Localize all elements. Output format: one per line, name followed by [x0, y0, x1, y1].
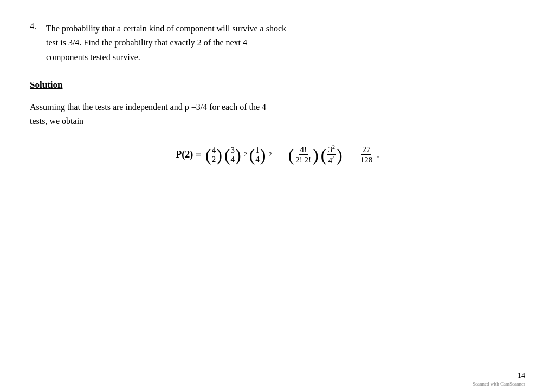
problem-line2: test is 3/4. Find the probability that e…	[46, 38, 247, 47]
math-lhs: P(2) =	[176, 149, 201, 160]
math-block: P(2) = ( 4 2 ) ( 3 4 ) 2	[30, 144, 525, 165]
solution-line2: tests, we obtain	[30, 116, 83, 126]
binom3-wrap: ( 1 4 )	[249, 146, 266, 164]
frac1-wrap: ( 4! 2! 2! )	[288, 145, 319, 165]
problem-number: 4.	[30, 22, 46, 31]
exp1: 2	[244, 151, 247, 159]
binom3: 1 4	[255, 146, 260, 164]
problem-text: The probability that a certain kind of c…	[46, 22, 525, 64]
frac2-wrap: ( 32 44 )	[321, 144, 343, 165]
dot: .	[377, 149, 379, 160]
page-number: 14	[518, 371, 525, 380]
frac1: 4! 2! 2!	[294, 145, 312, 165]
binom2-wrap: ( 3 4 )	[224, 146, 241, 164]
solution-line1: Assuming that the tests are independent …	[30, 102, 266, 112]
math-expression: P(2) = ( 4 2 ) ( 3 4 ) 2	[176, 144, 379, 165]
solution-heading: Solution	[30, 80, 525, 90]
frac2: 32 44	[327, 144, 336, 165]
problem-line3: components tested survive.	[46, 53, 140, 62]
scanner-watermark: Scanned with CamScanner	[473, 381, 525, 387]
eq2: =	[348, 149, 353, 160]
binom1: 4 2	[212, 146, 216, 164]
exp2: 2	[269, 151, 272, 159]
eq1: =	[278, 149, 283, 160]
result-fraction: 27 128	[359, 145, 374, 165]
binom2: 3 4	[231, 146, 235, 164]
page: 4. The probability that a certain kind o…	[0, 0, 555, 392]
binom1-wrap: ( 4 2 )	[205, 146, 222, 164]
solution-text: Assuming that the tests are independent …	[30, 100, 525, 128]
problem-line1: The probability that a certain kind of c…	[46, 24, 286, 33]
problem-section: 4. The probability that a certain kind o…	[30, 22, 525, 64]
